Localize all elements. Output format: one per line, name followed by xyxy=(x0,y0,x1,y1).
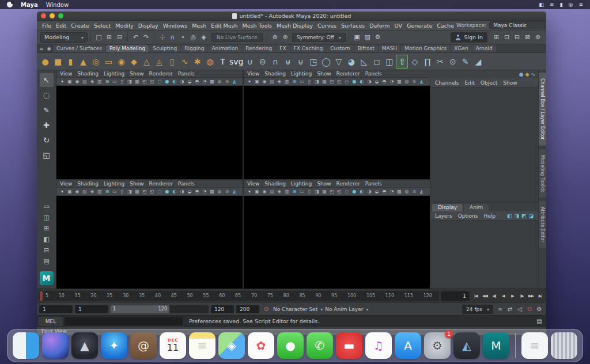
auto-key-icon[interactable]: ⊙ xyxy=(525,305,534,314)
menu-item[interactable]: Mesh Display xyxy=(274,22,315,29)
shelf-tab-arnold[interactable]: Arnold xyxy=(472,45,496,52)
lock-camera-icon[interactable]: ◉ xyxy=(74,188,81,195)
construction-history-icon[interactable]: ⊛ xyxy=(270,32,280,42)
menu-item[interactable]: Generate xyxy=(404,22,434,29)
gate-mask-icon[interactable]: ◨ xyxy=(126,78,133,85)
time-slider[interactable]: 5101520253035404550556065707580859095100… xyxy=(39,291,439,301)
calendar-icon[interactable]: DEC 11 xyxy=(160,332,186,359)
shelf-tab-curves-surfaces[interactable]: Curves / Surfaces xyxy=(53,45,105,52)
poly-cylinder-icon[interactable]: ▮ xyxy=(65,55,77,69)
safari-icon[interactable]: ✦ xyxy=(101,332,127,359)
poly-gear-icon[interactable]: ✱ xyxy=(191,55,203,69)
poly-pipe-icon[interactable]: ▯ xyxy=(166,55,178,69)
smooth-icon[interactable]: ◕ xyxy=(345,55,357,69)
menu-item[interactable]: Display xyxy=(136,22,161,29)
layout-persp-graph-icon[interactable]: ⊟ xyxy=(40,246,53,255)
shaded-icon[interactable]: ● xyxy=(164,188,171,195)
bookmark-icon[interactable]: ◈ xyxy=(276,78,283,85)
snap-to-grid-icon[interactable]: ⊹ xyxy=(157,32,167,42)
maps-icon[interactable]: ◈ xyxy=(218,332,245,359)
grid-icon[interactable]: ⊞ xyxy=(104,78,111,85)
lights-icon[interactable]: ◑ xyxy=(179,188,186,195)
menu-set-selector[interactable]: Modeling xyxy=(40,32,88,43)
scale-tool-icon[interactable]: ◱ xyxy=(40,148,54,162)
user-account-icon[interactable]: ● xyxy=(519,71,524,77)
multisample-icon[interactable]: ▩ xyxy=(209,188,215,195)
ao-icon[interactable]: ◓ xyxy=(194,188,201,195)
panel-menu-item[interactable]: Panels xyxy=(178,181,195,187)
undo-icon[interactable]: ↶ xyxy=(131,32,141,42)
step-back-key-button[interactable]: ◀◀ xyxy=(481,291,489,301)
shelf-tab-poly-modeling[interactable]: Poly Modeling xyxy=(106,45,149,52)
workspace-pin-icon[interactable]: ◆ xyxy=(525,71,530,77)
command-language-toggle[interactable]: MEL xyxy=(39,317,63,326)
poly-cone-icon[interactable]: ▲ xyxy=(77,55,89,69)
gate-mask-icon[interactable]: ◨ xyxy=(126,188,133,195)
minimize-button[interactable] xyxy=(50,13,55,18)
menu-item[interactable]: Curves xyxy=(315,22,339,29)
menu-item[interactable]: Deform xyxy=(367,22,392,29)
wifi-icon[interactable]: ≋ xyxy=(550,2,554,7)
script-editor-icon[interactable]: ▤ xyxy=(534,317,544,326)
boolean-union-icon[interactable]: ∪ xyxy=(244,55,256,69)
menu-item[interactable]: UV xyxy=(392,22,404,29)
loop-icon[interactable]: ∞ xyxy=(496,305,505,314)
apple-menu-icon[interactable] xyxy=(7,2,13,7)
play-forwards-button[interactable]: ▶ xyxy=(508,291,517,301)
save-scene-icon[interactable]: ⊟ xyxy=(115,32,124,42)
exposure-icon[interactable]: ◭ xyxy=(231,188,238,195)
select-camera-icon[interactable]: ▣ xyxy=(254,78,260,85)
finder-icon[interactable] xyxy=(13,332,39,359)
itunes-icon[interactable]: ♫ xyxy=(365,332,392,359)
shelf-tab-sculpting[interactable]: Sculpting xyxy=(149,45,180,52)
panel-menu-item[interactable]: Lighting xyxy=(291,71,312,77)
panel-menu-item[interactable]: View xyxy=(60,71,72,77)
combine-icon[interactable]: ⊎ xyxy=(282,55,294,69)
channel-box-menu-item[interactable]: Show xyxy=(503,80,517,86)
isolate-select-icon[interactable]: ⊙ xyxy=(224,78,230,85)
character-set-selector[interactable]: No Character Set xyxy=(273,306,323,312)
new-empty-layer-icon[interactable]: ◧ xyxy=(507,213,512,219)
channel-box-menu-item[interactable]: Channels xyxy=(435,80,459,86)
viewport[interactable] xyxy=(56,86,243,179)
volume-icon[interactable]: ◁ xyxy=(515,305,524,314)
panel-menu-item[interactable]: Lighting xyxy=(291,181,312,187)
range-slider-bar[interactable]: 1 120 xyxy=(111,305,169,313)
bridge-icon[interactable]: ∏ xyxy=(421,55,433,69)
xray-icon[interactable]: ◍ xyxy=(403,188,410,195)
motion-blur-icon[interactable]: ◔ xyxy=(388,188,395,195)
sidebar-humanik-icon[interactable]: ⊡ xyxy=(502,32,512,42)
separate-icon[interactable]: ⊍ xyxy=(294,55,307,69)
safe-action-icon[interactable]: ◰ xyxy=(141,78,148,85)
shelf-options-icon[interactable]: ✱ xyxy=(46,46,52,52)
range-slider[interactable]: 1 120 xyxy=(111,305,209,313)
menu-item[interactable]: Edit Mesh xyxy=(209,22,240,29)
macos-menu-window[interactable]: Window xyxy=(46,2,69,8)
bookmark-icon[interactable]: ◈ xyxy=(89,78,96,85)
grid-icon[interactable]: ⊞ xyxy=(291,78,298,85)
image-plane-icon[interactable]: ▥ xyxy=(283,188,290,195)
field-chart-icon[interactable]: ▦ xyxy=(134,188,141,195)
spotlight-search-icon[interactable]: ◎ xyxy=(569,2,573,7)
menu-item[interactable]: Mesh Tools xyxy=(240,22,274,29)
wireframe-icon[interactable]: ○ xyxy=(156,188,163,195)
safe-title-icon[interactable]: ◱ xyxy=(149,188,156,195)
shelf-tab-custom[interactable]: Custom xyxy=(327,45,353,52)
menu-item[interactable]: Create xyxy=(69,22,92,29)
redo-icon[interactable]: ↷ xyxy=(141,32,151,42)
launchpad-icon[interactable]: ▲ xyxy=(71,332,98,359)
zoom-button[interactable] xyxy=(58,13,63,18)
render-settings-icon[interactable]: ⚙ xyxy=(373,32,383,42)
open-scene-icon[interactable]: ⊞ xyxy=(104,32,114,42)
shadows-icon[interactable]: ◒ xyxy=(186,188,193,195)
lasso-tool-icon[interactable]: ◌ xyxy=(40,88,54,102)
shadows-icon[interactable]: ◒ xyxy=(373,78,380,85)
film-gate-icon[interactable]: ▭ xyxy=(298,78,305,85)
boolean-intersection-icon[interactable]: ∩ xyxy=(269,55,281,69)
field-chart-icon[interactable]: ▦ xyxy=(134,78,141,85)
wireframe-icon[interactable]: ○ xyxy=(343,78,350,85)
panel-menu-item[interactable]: Show xyxy=(317,71,331,77)
multisample-icon[interactable]: ▩ xyxy=(209,78,215,85)
viewport[interactable] xyxy=(244,196,430,289)
step-forward-key-button[interactable]: ▶▶ xyxy=(527,291,535,301)
